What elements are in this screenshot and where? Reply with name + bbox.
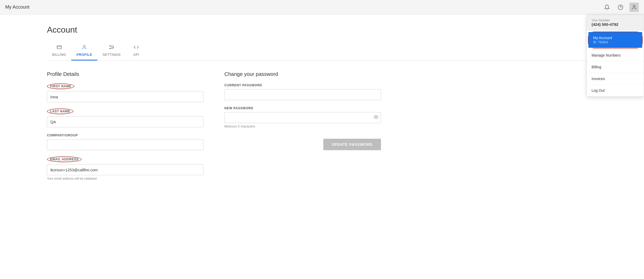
your-number-value: (424) 500-4792 xyxy=(592,22,639,27)
new-password-label: NEW PASSWORD xyxy=(224,106,381,110)
first-name-group: FIRST NAME xyxy=(47,83,204,102)
first-name-label-text: FIRST NAME xyxy=(47,83,74,89)
tabs-nav: BILLING PROFILE xyxy=(47,43,597,61)
header-title: My Account xyxy=(5,4,29,10)
tab-settings-label: SETTINGS xyxy=(103,53,121,57)
email-label: EMAIL ADDRESS xyxy=(47,156,204,162)
current-password-label: CURRENT PASSWORD xyxy=(224,83,381,87)
tab-api[interactable]: API xyxy=(126,43,147,60)
dropdown-item-manage-numbers-label: Manage Numbers xyxy=(592,53,621,57)
dropdown-item-invoices[interactable]: Invoices xyxy=(587,73,644,85)
profile-section-title: Profile Details xyxy=(47,71,204,77)
dropdown-item-log-out[interactable]: Log Out xyxy=(587,85,644,96)
profile-content: Profile Details FIRST NAME LAST NAME COM… xyxy=(47,71,597,187)
tab-api-label: API xyxy=(133,53,139,57)
company-label: COMPANY/GROUP xyxy=(47,134,204,137)
password-section: Change your password CURRENT PASSWORD NE… xyxy=(224,71,381,187)
email-hint: Your email address will be validated xyxy=(47,177,204,180)
new-password-group: NEW PASSWORD Minimum 5 characters xyxy=(224,106,381,128)
user-dropdown-menu: Your Number (424) 500-4792 My Account ID… xyxy=(587,15,644,97)
company-group: COMPANY/GROUP xyxy=(47,134,204,150)
eye-icon[interactable] xyxy=(374,115,378,120)
svg-point-10 xyxy=(113,47,114,48)
last-name-group: LAST NAME xyxy=(47,108,204,127)
svg-point-2 xyxy=(633,5,635,7)
settings-icon xyxy=(109,45,114,51)
notifications-button[interactable] xyxy=(602,3,612,12)
tab-profile-label: PROFILE xyxy=(76,53,92,57)
email-group: EMAIL ADDRESS Your email address will be… xyxy=(47,156,204,180)
svg-point-5 xyxy=(84,45,85,47)
dropdown-header: Your Number (424) 500-4792 xyxy=(587,15,644,31)
current-password-group: CURRENT PASSWORD xyxy=(224,83,381,100)
email-input[interactable] xyxy=(47,164,204,175)
main-content: Account BILLING PROFILE xyxy=(0,15,644,279)
dropdown-item-log-out-label: Log Out xyxy=(592,88,605,93)
tab-billing-label: BILLING xyxy=(52,53,66,57)
profile-details-section: Profile Details FIRST NAME LAST NAME COM… xyxy=(47,71,204,187)
svg-point-12 xyxy=(375,117,377,118)
password-section-title: Change your password xyxy=(224,71,381,77)
tab-billing[interactable]: BILLING xyxy=(47,43,71,60)
update-password-button[interactable]: UPDATE PASSWORD xyxy=(323,139,381,150)
dropdown-item-invoices-label: Invoices xyxy=(592,77,605,81)
new-password-hint: Minimum 5 characters xyxy=(224,125,381,128)
app-header: My Account xyxy=(0,0,644,15)
dropdown-item-my-account-sub: ID: 792841 xyxy=(593,40,637,44)
your-number-label: Your Number xyxy=(592,19,639,22)
page-title: Account xyxy=(47,25,597,35)
current-password-input[interactable] xyxy=(224,89,381,100)
dropdown-item-billing[interactable]: Billing xyxy=(587,61,644,73)
new-password-wrap xyxy=(224,112,381,123)
dropdown-item-my-account-label: My Account xyxy=(593,36,637,40)
last-name-label-text: LAST NAME xyxy=(47,108,73,114)
dropdown-item-manage-numbers[interactable]: Manage Numbers xyxy=(587,50,644,61)
svg-rect-3 xyxy=(57,46,61,49)
dropdown-item-billing-label: Billing xyxy=(592,65,601,69)
company-input[interactable] xyxy=(47,139,204,150)
last-name-label: LAST NAME xyxy=(47,108,204,114)
tab-settings[interactable]: SETTINGS xyxy=(97,43,126,60)
api-icon xyxy=(134,45,139,51)
help-button[interactable] xyxy=(616,3,625,12)
dropdown-item-my-account[interactable]: My Account ID: 792841 xyxy=(588,32,642,48)
billing-icon xyxy=(57,45,62,51)
svg-point-11 xyxy=(110,48,110,49)
last-name-input[interactable] xyxy=(47,116,204,127)
my-account-item-wrapper: My Account ID: 792841 xyxy=(588,32,643,48)
svg-point-0 xyxy=(618,5,623,9)
first-name-label: FIRST NAME xyxy=(47,83,204,89)
header-icons xyxy=(602,3,639,12)
user-menu-button[interactable] xyxy=(629,3,639,12)
profile-icon xyxy=(82,45,87,51)
new-password-input[interactable] xyxy=(224,112,381,123)
svg-point-9 xyxy=(110,46,110,46)
tab-profile[interactable]: PROFILE xyxy=(71,43,97,60)
first-name-input[interactable] xyxy=(47,91,204,102)
email-label-text: EMAIL ADDRESS xyxy=(47,156,82,162)
